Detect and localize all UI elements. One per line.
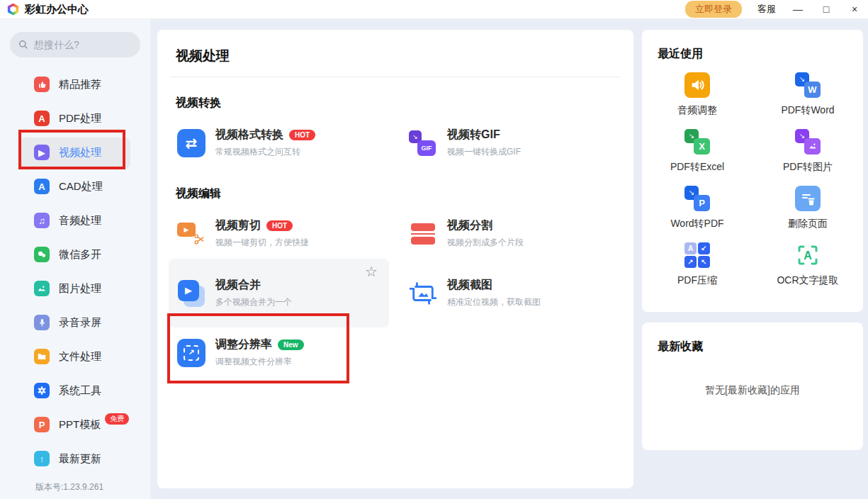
ppt-icon: P (34, 417, 50, 432)
version-label: 版本号:1.23.9.261 (35, 481, 103, 493)
split-bars-icon (409, 220, 437, 248)
app-delete-page[interactable]: 删除页面 (753, 179, 863, 236)
tool-video-to-gif[interactable]: ↘ GIF 视频转GIF 视频一键转换成GIF (400, 118, 621, 168)
sidebar-item-label: 图片处理 (59, 282, 101, 296)
app-ocr-extract[interactable]: A OCR文字提取 (753, 236, 863, 293)
word-to-pdf-icon: ↘ P (684, 186, 710, 211)
convert-arrows-icon: ⇄ (177, 129, 205, 157)
sidebar-item-file[interactable]: 文件处理 (0, 340, 150, 374)
app-pdf-to-word[interactable]: ↘ W PDF转Word (753, 66, 863, 123)
app-word-to-pdf[interactable]: ↘ P Word转PDF (642, 179, 753, 236)
tool-title: 视频合并 (215, 278, 261, 293)
sidebar-nav: 精品推荐 A PDF处理 ▶ 视频处理 A CAD处理 ♫ 音频处理 微信多开 … (0, 65, 150, 476)
tool-title: 视频剪切 (215, 218, 261, 233)
tool-video-split[interactable]: 视频分割 视频分割成多个片段 (400, 208, 621, 259)
sidebar-item-update[interactable]: ↑ 最新更新 (0, 442, 150, 476)
sidebar-item-system[interactable]: 系统工具 (0, 374, 150, 408)
tool-video-screenshot[interactable]: 视频截图 精准定位视频，获取截图 (400, 259, 621, 327)
tool-adjust-resolution[interactable]: ↗ 调整分辨率 New 调整视频文件分辨率 (169, 327, 389, 378)
divider (170, 77, 621, 77)
sidebar-item-ppt[interactable]: P PPT模板 免费 (0, 408, 150, 442)
app-pdf-to-image[interactable]: ↘ PDF转图片 (753, 123, 863, 179)
cad-icon: A (34, 179, 50, 194)
tool-video-merge[interactable]: ▶ 视频合并 多个视频合并为一个 ☆ (169, 259, 389, 327)
tool-subtitle: 视频一键剪切，方便快捷 (215, 237, 309, 249)
sidebar-item-label: 最新更新 (59, 452, 101, 466)
hot-badge: HOT (266, 220, 293, 231)
sidebar: 精品推荐 A PDF处理 ▶ 视频处理 A CAD处理 ♫ 音频处理 微信多开 … (0, 19, 150, 499)
search-icon (18, 40, 28, 50)
sidebar-item-video[interactable]: ▶ 视频处理 (0, 135, 150, 169)
sidebar-item-label: 文件处理 (59, 350, 101, 364)
pdf-to-image-icon: ↘ (795, 129, 821, 155)
tool-subtitle: 常规视频格式之间互转 (215, 146, 315, 158)
tool-grid-edit: ▶ 视频剪切 HOT 视频一键剪切，方便快捷 视频分割 视频分割成多个片段 (169, 208, 622, 378)
tool-subtitle: 视频分割成多个片段 (447, 237, 524, 249)
sidebar-item-label: 微信多开 (59, 248, 101, 262)
recent-app-grid: 音频调整 ↘ W PDF转Word ↘ X PDF转Excel ↘ PDF转图片 (642, 66, 863, 293)
speaker-icon (684, 72, 710, 98)
tool-grid-convert: ⇄ 视频格式转换 HOT 常规视频格式之间互转 ↘ GIF 视频转GIF 视频一… (169, 118, 622, 168)
favorites-empty-text: 暂无[最新收藏]的应用 (642, 384, 863, 397)
favorite-star-icon[interactable]: ☆ (365, 263, 378, 280)
delete-page-icon (795, 186, 821, 211)
titlebar-actions: 立即登录 客服 — □ × (685, 1, 861, 18)
thumbs-up-icon (34, 77, 50, 92)
tool-subtitle: 视频一键转换成GIF (447, 146, 521, 158)
svg-text:A: A (804, 250, 812, 262)
sidebar-item-label: 系统工具 (59, 384, 101, 398)
recent-used-title: 最近使用 (642, 47, 863, 62)
support-link[interactable]: 客服 (757, 3, 776, 16)
section-title-edit: 视频编辑 (169, 186, 622, 201)
title-bar: 彩虹办公中心 立即登录 客服 — □ × (0, 0, 868, 19)
sidebar-item-pdf[interactable]: A PDF处理 (0, 101, 150, 135)
microphone-icon (34, 315, 50, 330)
gif-icon: ↘ GIF (409, 129, 437, 157)
close-button[interactable]: × (848, 4, 861, 14)
tool-subtitle: 调整视频文件分辨率 (215, 356, 304, 368)
sidebar-item-label: PDF处理 (59, 112, 101, 125)
app-audio-adjust[interactable]: 音频调整 (642, 66, 753, 123)
folder-icon (34, 349, 50, 364)
sidebar-item-audio[interactable]: ♫ 音频处理 (0, 203, 150, 237)
wechat-icon (34, 247, 50, 262)
crop-screenshot-icon (409, 279, 437, 308)
login-button[interactable]: 立即登录 (685, 1, 742, 18)
app-logo-icon (7, 4, 19, 16)
music-note-icon: ♫ (34, 213, 50, 228)
gear-icon (34, 383, 50, 398)
ocr-icon: A (795, 242, 821, 268)
search-box[interactable] (10, 32, 140, 57)
sidebar-item-featured[interactable]: 精品推荐 (0, 67, 150, 101)
video-play-icon: ▶ (34, 145, 50, 160)
sidebar-item-label: CAD处理 (59, 180, 103, 194)
tool-subtitle: 多个视频合并为一个 (215, 296, 292, 308)
sidebar-item-label: 音频处理 (59, 214, 101, 228)
tool-title: 视频格式转换 (215, 128, 283, 142)
app-title: 彩虹办公中心 (25, 3, 89, 16)
sidebar-item-label: 视频处理 (59, 146, 101, 159)
sidebar-item-wechat[interactable]: 微信多开 (0, 237, 150, 271)
tool-title: 调整分辨率 (215, 337, 272, 352)
app-pdf-to-excel[interactable]: ↘ X PDF转Excel (642, 123, 753, 179)
film-scissors-icon: ▶ (177, 220, 205, 248)
pdf-compress-icon: A ↙ ↗ ↖ (684, 242, 710, 268)
image-icon (34, 281, 50, 296)
pdf-to-word-icon: ↘ W (795, 72, 821, 98)
tool-title: 视频分割 (447, 218, 492, 233)
sidebar-item-cad[interactable]: A CAD处理 (0, 169, 150, 203)
maximize-button[interactable]: □ (820, 4, 833, 14)
free-badge: 免费 (105, 413, 129, 425)
favorites-panel: 最新收藏 暂无[最新收藏]的应用 (642, 323, 863, 450)
tool-video-format-convert[interactable]: ⇄ 视频格式转换 HOT 常规视频格式之间互转 (169, 118, 389, 168)
tool-video-cut[interactable]: ▶ 视频剪切 HOT 视频一键剪切，方便快捷 (169, 208, 389, 259)
search-input[interactable] (34, 39, 132, 50)
minimize-button[interactable]: — (791, 4, 804, 14)
sidebar-item-image[interactable]: 图片处理 (0, 271, 150, 305)
tool-title: 视频截图 (447, 278, 492, 293)
app-pdf-compress[interactable]: A ↙ ↗ ↖ PDF压缩 (642, 236, 753, 293)
sidebar-item-recorder[interactable]: 录音录屏 (0, 305, 150, 340)
main-content: 视频处理 视频转换 ⇄ 视频格式转换 HOT 常规视频格式之间互转 ↘ GIF (157, 30, 633, 488)
merge-play-icon: ▶ (177, 279, 205, 308)
sidebar-item-label: 精品推荐 (59, 78, 101, 91)
